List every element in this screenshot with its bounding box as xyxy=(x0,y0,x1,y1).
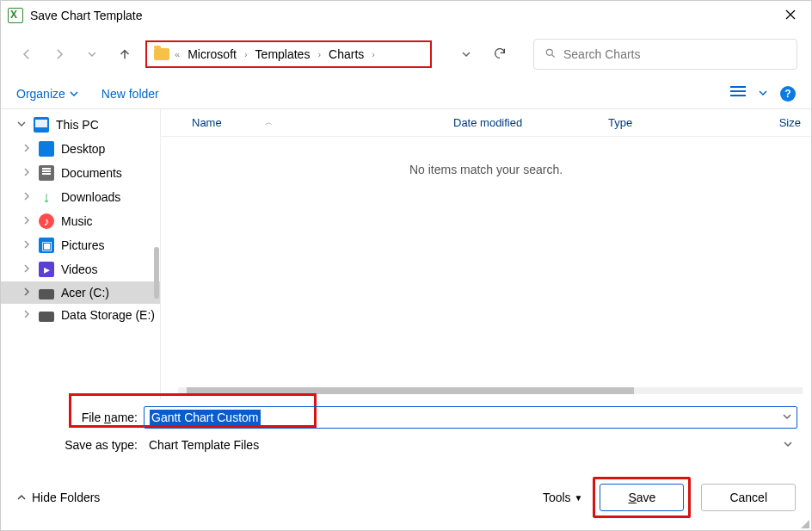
sort-asc-icon: ︿ xyxy=(265,117,273,128)
sidebar-item-desktop[interactable]: Desktop xyxy=(1,137,160,161)
help-icon[interactable]: ? xyxy=(780,86,796,102)
breadcrumb-prefix: « xyxy=(173,49,181,59)
sidebar-item-this-pc[interactable]: This PC xyxy=(1,113,160,137)
svg-line-3 xyxy=(552,54,555,57)
documents-icon xyxy=(39,165,54,181)
downloads-icon: ↓ xyxy=(39,189,54,205)
drive-icon xyxy=(39,312,54,322)
search-icon xyxy=(544,47,557,62)
search-placeholder: Search Charts xyxy=(563,47,640,61)
hide-folders-button[interactable]: Hide Folders xyxy=(16,491,100,504)
file-list: Name︿ Date modified Type Size No items m… xyxy=(161,109,811,399)
svg-rect-7 xyxy=(35,120,47,127)
refresh-button[interactable] xyxy=(487,46,513,63)
cancel-button[interactable]: Cancel xyxy=(701,484,796,511)
sidebar-item-label: Music xyxy=(61,214,93,228)
filename-dropdown[interactable] xyxy=(778,411,797,423)
column-size[interactable]: Size xyxy=(746,116,811,129)
svg-point-2 xyxy=(546,49,552,55)
saveas-value: Chart Template Files xyxy=(149,438,778,452)
up-button[interactable] xyxy=(113,42,137,66)
sidebar-item-downloads[interactable]: ↓ Downloads xyxy=(1,185,160,209)
saveas-label: Save as type: xyxy=(15,438,144,452)
history-dropdown[interactable] xyxy=(80,42,104,66)
chevron-right-icon: › xyxy=(370,49,377,59)
save-button[interactable]: Save xyxy=(600,484,684,511)
sidebar-item-data-storage[interactable]: Data Storage (E:) xyxy=(1,304,160,326)
column-type[interactable]: Type xyxy=(608,116,746,129)
window-title: Save Chart Template xyxy=(30,9,777,22)
saveas-dropdown[interactable]: Chart Template Files xyxy=(144,434,797,456)
expand-icon[interactable] xyxy=(22,167,32,179)
expand-icon[interactable] xyxy=(22,309,32,321)
column-name[interactable]: Name︿ xyxy=(161,116,453,129)
breadcrumb-microsoft[interactable]: Microsoft xyxy=(185,47,239,61)
desktop-icon xyxy=(39,141,54,157)
filename-label: File name: xyxy=(15,411,144,424)
sidebar-item-label: Videos xyxy=(61,262,98,276)
sidebar-item-acer-c[interactable]: Acer (C:) xyxy=(1,281,160,304)
expand-icon[interactable] xyxy=(22,191,32,203)
sidebar-item-label: Data Storage (E:) xyxy=(61,308,155,322)
view-dropdown[interactable] xyxy=(758,87,768,101)
back-button[interactable] xyxy=(15,42,39,66)
music-icon: ♪ xyxy=(39,213,54,229)
new-folder-button[interactable]: New folder xyxy=(102,87,159,101)
sidebar-item-documents[interactable]: Documents xyxy=(1,161,160,185)
sidebar-item-label: Downloads xyxy=(61,190,120,204)
resize-grip[interactable] xyxy=(799,518,809,528)
sidebar-item-pictures[interactable]: ▣ Pictures xyxy=(1,233,160,257)
address-bar[interactable]: « Microsoft › Templates › Charts › xyxy=(145,40,432,68)
sidebar-scrollbar[interactable] xyxy=(154,247,159,299)
sidebar: This PC Desktop Documents ↓ Downloads ♪ … xyxy=(1,109,161,399)
highlight-box: Save xyxy=(593,477,691,518)
folder-icon xyxy=(154,48,169,60)
pictures-icon: ▣ xyxy=(39,238,54,253)
column-date[interactable]: Date modified xyxy=(453,116,608,129)
sidebar-item-label: This PC xyxy=(56,118,99,132)
saveas-dropdown-toggle[interactable] xyxy=(778,439,797,451)
app-icon xyxy=(8,8,23,23)
horizontal-scrollbar[interactable] xyxy=(178,387,803,394)
address-dropdown[interactable] xyxy=(454,42,478,66)
expand-icon[interactable] xyxy=(16,119,27,131)
sidebar-item-label: Desktop xyxy=(61,142,105,156)
close-button[interactable] xyxy=(777,9,804,22)
expand-icon[interactable] xyxy=(22,143,32,155)
tools-dropdown[interactable]: Tools ▼ xyxy=(543,491,583,504)
expand-icon[interactable] xyxy=(22,287,32,299)
pc-icon xyxy=(34,117,49,133)
sidebar-item-label: Documents xyxy=(61,166,122,180)
breadcrumb-charts[interactable]: Charts xyxy=(326,47,366,61)
filename-input[interactable]: Gantt Chart Custom xyxy=(144,406,797,429)
chevron-right-icon: › xyxy=(316,49,323,59)
videos-icon: ▸ xyxy=(39,262,54,277)
chevron-right-icon: › xyxy=(243,49,249,59)
drive-icon xyxy=(39,289,54,299)
expand-icon[interactable] xyxy=(22,215,32,227)
expand-icon[interactable] xyxy=(22,239,32,251)
sidebar-item-label: Pictures xyxy=(61,238,105,252)
search-input[interactable]: Search Charts xyxy=(533,39,797,70)
sidebar-item-music[interactable]: ♪ Music xyxy=(1,209,160,233)
forward-button[interactable] xyxy=(47,42,71,66)
breadcrumb-templates[interactable]: Templates xyxy=(253,47,313,61)
expand-icon[interactable] xyxy=(22,263,32,275)
sidebar-item-label: Acer (C:) xyxy=(61,286,109,299)
view-list-icon[interactable] xyxy=(730,85,746,102)
organize-button[interactable]: Organize xyxy=(16,87,79,101)
empty-message: No items match your search. xyxy=(161,163,811,176)
sidebar-item-videos[interactable]: ▸ Videos xyxy=(1,257,160,281)
